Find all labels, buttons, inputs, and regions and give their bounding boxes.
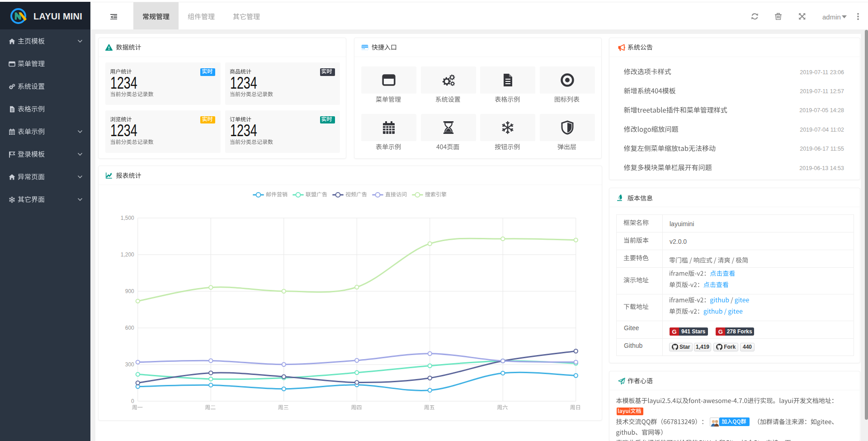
svg-text:0: 0 <box>131 398 134 404</box>
svg-text:1,500: 1,500 <box>121 215 134 221</box>
svg-text:900: 900 <box>125 288 134 294</box>
svg-text:300: 300 <box>125 361 134 368</box>
svg-text:600: 600 <box>125 325 134 331</box>
svg-text:1,200: 1,200 <box>121 251 134 258</box>
